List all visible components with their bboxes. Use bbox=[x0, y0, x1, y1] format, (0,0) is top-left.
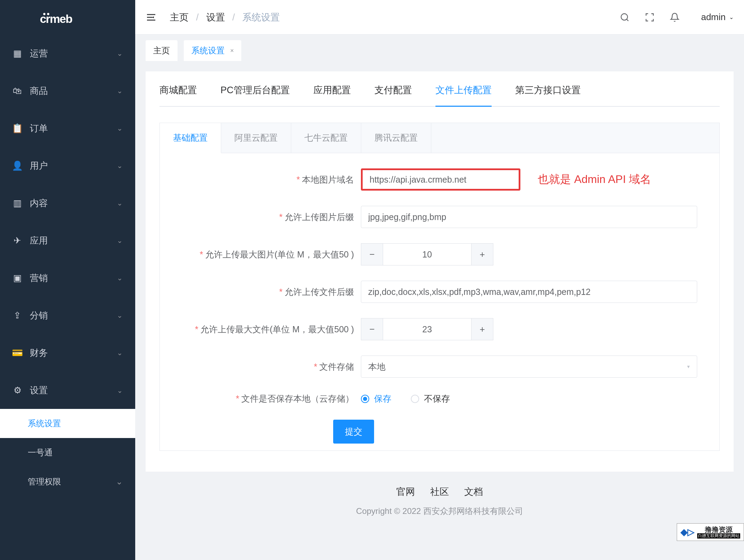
bell-icon[interactable] bbox=[669, 12, 680, 23]
decrement-button[interactable]: − bbox=[361, 243, 383, 265]
radio-not-save[interactable]: 不保存 bbox=[411, 393, 450, 404]
footer: 官网 社区 文档 Copyright © 2022 西安众邦网络科技有限公司 ◆… bbox=[146, 472, 734, 531]
main: 主页 / 设置 / 系统设置 admin⌄ 主页 系统设置× 商城配置 PC管理… bbox=[135, 0, 744, 560]
watermark-logo-icon: ◆▷ bbox=[681, 527, 694, 537]
stepper-max-image-size: − + bbox=[361, 243, 493, 265]
copyright: Copyright © 2022 西安众邦网络科技有限公司 bbox=[146, 506, 734, 517]
label-local-image-domain: *本地图片域名 bbox=[174, 174, 361, 185]
link-community[interactable]: 社区 bbox=[430, 487, 449, 497]
submenu-onepass[interactable]: 一号通 bbox=[0, 438, 135, 467]
watermark-badge: ◆▷ 撸撸资源 白嫖互联网资源的网站 bbox=[677, 523, 744, 541]
breadcrumb-settings[interactable]: 设置 bbox=[206, 12, 225, 23]
page-tabs: 主页 系统设置× bbox=[135, 35, 744, 61]
radio-dot-icon bbox=[411, 395, 419, 403]
breadcrumb-home[interactable]: 主页 bbox=[170, 12, 189, 23]
breadcrumb: 主页 / 设置 / 系统设置 bbox=[170, 11, 619, 24]
chevron-down-icon: ⌄ bbox=[117, 124, 123, 132]
sidebar-item-user[interactable]: 👤用户⌄ bbox=[0, 147, 135, 184]
footer-links: 官网 社区 文档 bbox=[146, 485, 734, 498]
chevron-down-icon: ⌄ bbox=[117, 236, 123, 245]
share-icon: ⇪ bbox=[12, 310, 22, 320]
settings-card: 商城配置 PC管理后台配置 应用配置 支付配置 文件上传配置 第三方接口设置 基… bbox=[146, 71, 734, 472]
tab-pc-admin-config[interactable]: PC管理后台配置 bbox=[220, 84, 290, 106]
page-tab-system-settings[interactable]: 系统设置× bbox=[184, 40, 242, 61]
decrement-button[interactable]: − bbox=[361, 318, 383, 340]
chevron-down-icon: ▾ bbox=[687, 364, 690, 370]
tab-file-upload-config[interactable]: 文件上传配置 bbox=[435, 84, 492, 106]
chevron-down-icon: ⌄ bbox=[117, 199, 123, 207]
chevron-down-icon: ⌄ bbox=[117, 87, 123, 95]
annotation-admin-api: 也就是 Admin API 域名 bbox=[538, 172, 651, 187]
input-max-image-size[interactable] bbox=[383, 243, 471, 265]
submenu-system-settings[interactable]: 系统设置 bbox=[0, 409, 135, 438]
chevron-down-icon: ⌄ bbox=[117, 274, 123, 282]
chevron-down-icon: ⌄ bbox=[117, 311, 123, 320]
subtab-basic-config[interactable]: 基础配置 bbox=[160, 123, 221, 153]
increment-button[interactable]: + bbox=[471, 318, 493, 340]
page-tab-home[interactable]: 主页 bbox=[146, 40, 178, 61]
columns-icon: ▥ bbox=[12, 198, 22, 208]
stepper-max-file-size: − + bbox=[361, 318, 493, 340]
link-docs[interactable]: 文档 bbox=[464, 487, 483, 497]
sidebar-collapse-button[interactable] bbox=[146, 10, 159, 24]
sidebar: crmeb ▦运营⌄ 🛍商品⌄ 📋订单⌄ 👤用户⌄ ▥内容⌄ ✈应用⌄ ▣营销⌄… bbox=[0, 0, 135, 560]
radio-save[interactable]: 保存 bbox=[361, 393, 391, 404]
label-allowed-file-ext: *允许上传文件后缀 bbox=[174, 286, 361, 298]
radio-dot-icon bbox=[361, 395, 369, 403]
label-allowed-image-ext: *允许上传图片后缀 bbox=[174, 211, 361, 223]
svg-point-6 bbox=[621, 14, 628, 20]
header: 主页 / 设置 / 系统设置 admin⌄ bbox=[135, 0, 744, 35]
submit-button[interactable]: 提交 bbox=[333, 420, 374, 444]
chevron-down-icon: ⌄ bbox=[117, 161, 123, 170]
search-icon[interactable] bbox=[619, 12, 630, 23]
config-sub-tabs-wrap: 基础配置 阿里云配置 七牛云配置 腾讯云配置 *本地图片域名 也就是 Admin… bbox=[159, 123, 720, 451]
sidebar-item-content[interactable]: ▥内容⌄ bbox=[0, 184, 135, 222]
subtab-aliyun-config[interactable]: 阿里云配置 bbox=[221, 123, 291, 153]
sidebar-item-finance[interactable]: 💳财务⌄ bbox=[0, 334, 135, 371]
bag-icon: 🛍 bbox=[12, 86, 22, 96]
tab-thirdparty-config[interactable]: 第三方接口设置 bbox=[515, 84, 581, 106]
link-official-site[interactable]: 官网 bbox=[396, 487, 415, 497]
sidebar-item-settings[interactable]: ⚙设置⌃ bbox=[0, 371, 135, 409]
increment-button[interactable]: + bbox=[471, 243, 493, 265]
clipboard-icon: 📋 bbox=[12, 123, 22, 133]
input-allowed-file-ext[interactable] bbox=[361, 281, 697, 303]
label-file-storage: *文件存储 bbox=[174, 361, 361, 373]
chevron-down-icon: ⌄ bbox=[117, 49, 123, 58]
tab-payment-config[interactable]: 支付配置 bbox=[374, 84, 412, 106]
sidebar-item-order[interactable]: 📋订单⌄ bbox=[0, 110, 135, 147]
chevron-up-icon: ⌃ bbox=[117, 386, 123, 394]
tab-mall-config[interactable]: 商城配置 bbox=[159, 84, 197, 106]
chevron-down-icon: ⌄ bbox=[729, 14, 734, 20]
sidebar-item-marketing[interactable]: ▣营销⌄ bbox=[0, 259, 135, 297]
user-icon: 👤 bbox=[12, 161, 22, 170]
subtab-qiniu-config[interactable]: 七牛云配置 bbox=[291, 123, 361, 153]
input-max-file-size[interactable] bbox=[383, 318, 471, 340]
input-local-image-domain[interactable] bbox=[361, 168, 520, 191]
wallet-icon: 💳 bbox=[12, 348, 22, 358]
plane-icon: ✈ bbox=[12, 236, 22, 245]
label-max-file-size: *允许上传最大文件(单位 M，最大值500 ) bbox=[174, 324, 361, 335]
submenu-admin-permission[interactable]: 管理权限⌄ bbox=[0, 467, 135, 496]
svg-text:crmeb: crmeb bbox=[40, 12, 72, 25]
sidebar-item-operation[interactable]: ▦运营⌄ bbox=[0, 35, 135, 72]
sidebar-item-distribution[interactable]: ⇪分销⌄ bbox=[0, 297, 135, 334]
select-file-storage[interactable]: 本地▾ bbox=[361, 356, 697, 378]
sidebar-menu: ▦运营⌄ 🛍商品⌄ 📋订单⌄ 👤用户⌄ ▥内容⌄ ✈应用⌄ ▣营销⌄ ⇪分销⌄ … bbox=[0, 35, 135, 560]
label-save-local: *文件是否保存本地（云存储） bbox=[174, 393, 361, 404]
upload-config-form: *本地图片域名 也就是 Admin API 域名 *允许上传图片后缀 *允许上传… bbox=[160, 153, 719, 450]
subtab-tencent-config[interactable]: 腾讯云配置 bbox=[361, 123, 431, 153]
tab-app-config[interactable]: 应用配置 bbox=[313, 84, 351, 106]
grid-icon: ▦ bbox=[12, 49, 22, 58]
fullscreen-icon[interactable] bbox=[644, 12, 655, 23]
breadcrumb-current: 系统设置 bbox=[242, 12, 280, 23]
chart-icon: ▣ bbox=[12, 273, 22, 283]
svg-line-7 bbox=[627, 19, 629, 21]
logo: crmeb bbox=[0, 0, 135, 35]
input-allowed-image-ext[interactable] bbox=[361, 206, 697, 228]
sidebar-item-app[interactable]: ✈应用⌄ bbox=[0, 222, 135, 259]
sidebar-item-product[interactable]: 🛍商品⌄ bbox=[0, 72, 135, 110]
close-icon[interactable]: × bbox=[230, 47, 234, 54]
user-dropdown[interactable]: admin⌄ bbox=[701, 12, 734, 23]
chevron-down-icon: ⌄ bbox=[116, 477, 123, 487]
